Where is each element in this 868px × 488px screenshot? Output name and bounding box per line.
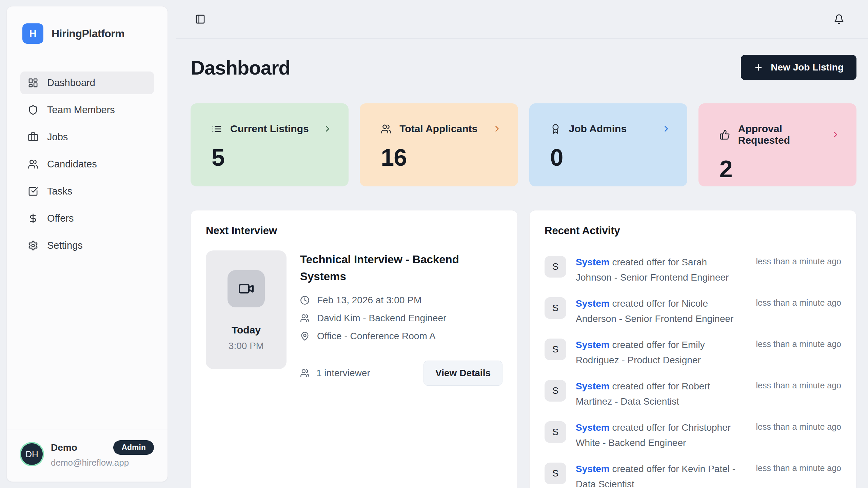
activity-text: System created offer for Kevin Patel - D… [576,461,746,488]
activity-actor[interactable]: System [576,422,610,433]
activity-avatar: S [545,421,566,443]
activity-actor[interactable]: System [576,381,610,391]
activity-item: S System created offer for Christopher W… [545,421,841,450]
next-interview-title: Next Interview [206,225,502,237]
view-details-button[interactable]: View Details [423,361,502,386]
sidebar-item-label: Team Members [47,104,115,116]
sidebar-item-candidates[interactable]: Candidates [20,153,154,176]
user-email: demo@hireflow.app [51,458,154,468]
interviewer-count: 1 interviewer [300,368,370,379]
panel-left-icon [195,14,205,24]
activity-timestamp: less than a minute ago [756,380,841,390]
bell-icon [834,14,844,24]
page-title: Dashboard [191,56,290,79]
sidebar-item-label: Tasks [47,186,72,197]
activity-actor[interactable]: System [576,464,610,474]
plus-icon [754,63,763,72]
activity-text: System created offer for Emily Rodriguez… [576,337,746,368]
user-menu[interactable]: DH Demo Admin demo@hireflow.app [7,429,167,482]
activity-avatar: S [545,297,566,319]
interviewer-count-text: 1 interviewer [316,368,370,379]
app-title: HiringPlatform [52,27,124,40]
activity-text: System created offer for Robert Martinez… [576,379,746,409]
sidebar-item-label: Jobs [47,131,68,143]
stat-label: Total Applicants [399,123,477,135]
interview-card: Today 3:00 PM Technical Interview - Back… [206,250,502,386]
sidebar-toggle-button[interactable] [195,14,205,24]
stat-card-total-applicants[interactable]: Total Applicants 16 [360,103,518,186]
sidebar-item-team-members[interactable]: Team Members [20,99,154,121]
stat-card-current-listings[interactable]: Current Listings 5 [191,103,349,186]
activity-timestamp: less than a minute ago [756,339,841,349]
activity-actor[interactable]: System [576,257,610,267]
interview-person: David Kim - Backend Engineer [300,313,502,324]
recent-activity-title: Recent Activity [545,225,841,237]
activity-item: S System created offer for Sarah Johnson… [545,256,841,285]
sidebar-item-jobs[interactable]: Jobs [20,126,154,148]
panels-row: Next Interview Today 3:00 PM Technical I… [191,210,856,488]
new-job-listing-button[interactable]: New Job Listing [741,55,856,80]
stats-row: Current Listings 5 Total Applicants 16 J… [191,103,856,186]
activity-avatar: S [545,380,566,402]
new-job-listing-label: New Job Listing [771,62,844,73]
check-square-icon [28,186,38,197]
sidebar-item-label: Dashboard [47,77,95,88]
chevron-right-icon [492,124,502,134]
sidebar: H HiringPlatform Dashboard Team Members … [6,6,168,482]
sidebar-item-offers[interactable]: Offers [20,207,154,230]
avatar: DH [21,443,43,465]
activity-timestamp: less than a minute ago [756,463,841,473]
sidebar-item-dashboard[interactable]: Dashboard [20,72,154,94]
video-icon [228,270,265,307]
stat-card-approval-requested[interactable]: Approval Requested 2 [698,103,856,186]
stat-value: 16 [381,144,501,171]
activity-text: System created offer for Christopher Whi… [576,420,746,450]
interview-title: Technical Interview - Backend Systems [300,251,497,285]
stat-value: 0 [550,144,671,171]
user-info: Demo Admin demo@hireflow.app [51,440,154,468]
activity-item: S System created offer for Kevin Patel -… [545,463,841,488]
page-header: Dashboard New Job Listing [191,55,856,80]
shield-icon [28,105,38,115]
dollar-icon [28,213,38,224]
activity-timestamp: less than a minute ago [756,421,841,432]
users-icon [300,313,310,323]
sidebar-item-tasks[interactable]: Tasks [20,180,154,203]
stat-label: Current Listings [230,123,309,135]
users-icon [381,124,391,134]
activity-item: S System created offer for Nicole Anders… [545,297,841,326]
interview-person-text: David Kim - Backend Engineer [317,313,446,324]
gear-icon [28,240,38,251]
notifications-button[interactable] [834,14,844,24]
activity-actor[interactable]: System [576,340,610,350]
activity-text: System created offer for Sarah Johnson -… [576,255,746,285]
activity-item: S System created offer for Robert Martin… [545,380,841,409]
stat-value: 5 [212,144,332,171]
interview-location-text: Office - Conference Room A [317,331,436,342]
activity-timestamp: less than a minute ago [756,297,841,308]
content: Dashboard New Job Listing Current Listin… [176,55,868,488]
stat-card-job-admins[interactable]: Job Admins 0 [529,103,687,186]
topbar [176,0,868,39]
interview-date-tile: Today 3:00 PM [206,250,287,369]
app-logo-icon: H [22,23,43,44]
interview-time-label: 3:00 PM [229,341,264,351]
app-logo: H HiringPlatform [7,6,167,44]
interview-details: Technical Interview - Backend Systems Fe… [300,250,502,386]
chevron-right-icon [831,130,840,139]
stat-label: Approval Requested [738,123,823,146]
activity-actor[interactable]: System [576,298,610,309]
sidebar-item-label: Candidates [47,159,97,170]
interview-location: Office - Conference Room A [300,331,502,342]
briefcase-icon [28,132,38,142]
user-name: Demo [51,442,77,453]
sidebar-item-label: Settings [47,240,83,251]
chevron-right-icon [662,124,671,134]
sidebar-item-settings[interactable]: Settings [20,234,154,257]
clock-icon [300,296,310,305]
sidebar-nav: Dashboard Team Members Jobs Candidates T… [7,72,167,257]
activity-text: System created offer for Nicole Anderson… [576,296,746,326]
thumbs-up-icon [719,129,730,140]
activity-avatar: S [545,339,566,360]
activity-avatar: S [545,256,566,278]
